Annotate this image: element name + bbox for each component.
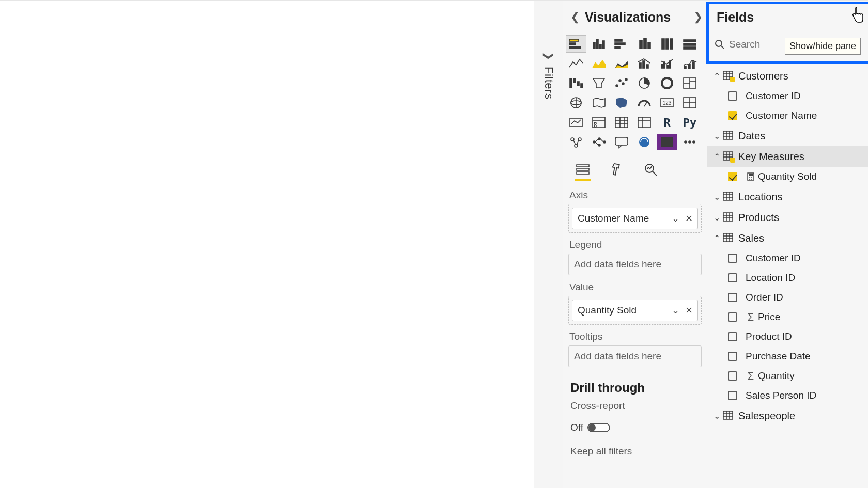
field-checkbox[interactable] <box>728 111 737 120</box>
viz-waterfall-icon[interactable] <box>566 75 586 91</box>
show-hide-pane-button[interactable] <box>850 7 865 27</box>
svg-point-67 <box>575 144 578 147</box>
field-price[interactable]: ΣPrice <box>707 307 868 327</box>
search-icon <box>715 39 725 50</box>
svg-point-88 <box>716 40 722 46</box>
viz-stacked-bar-icon[interactable] <box>566 36 586 52</box>
field-checkbox[interactable] <box>728 312 737 322</box>
sigma-icon: Σ <box>746 370 756 382</box>
axis-field-menu[interactable]: ⌄ <box>669 213 682 224</box>
viz-funnel-icon[interactable] <box>589 75 609 91</box>
table-sales[interactable]: ⌃Sales <box>707 228 868 248</box>
field-checkbox[interactable] <box>728 332 737 341</box>
filters-pane-collapsed[interactable]: ❮ Filters <box>534 0 563 488</box>
fields-tab[interactable] <box>574 161 592 178</box>
viz-decomposition-icon[interactable] <box>589 134 609 150</box>
table-products[interactable]: ⌄Products <box>707 207 868 228</box>
axis-well[interactable]: Customer Name ⌄ ✕ <box>568 204 702 233</box>
svg-rect-95 <box>723 131 733 139</box>
viz-matrix-icon[interactable] <box>634 114 654 131</box>
svg-rect-3 <box>593 42 595 49</box>
viz-treemap-icon[interactable] <box>680 75 700 91</box>
viz-stacked-column-icon[interactable] <box>634 36 654 52</box>
viz-stacked-100-bar-icon[interactable] <box>680 36 700 52</box>
field-checkbox[interactable] <box>728 293 737 302</box>
field-checkbox[interactable] <box>728 352 737 361</box>
field-location-id[interactable]: Location ID <box>707 268 868 288</box>
field-checkbox[interactable] <box>728 172 737 181</box>
analytics-tab[interactable] <box>642 161 660 178</box>
viz-kpi-icon[interactable] <box>566 114 586 131</box>
table-locations[interactable]: ⌄Locations <box>707 186 868 207</box>
viz-more-icon[interactable] <box>680 134 700 150</box>
chevron-down-icon: ⌄ <box>710 213 723 223</box>
svg-rect-20 <box>643 61 645 68</box>
viz-scatter-icon[interactable] <box>612 75 631 91</box>
viz-gauge-icon[interactable] <box>634 95 654 111</box>
field-checkbox[interactable] <box>728 254 737 263</box>
report-canvas[interactable] <box>0 0 534 488</box>
value-field-remove[interactable]: ✕ <box>682 305 695 316</box>
field-quantity-sold[interactable]: Quantity Sold <box>707 167 868 186</box>
viz-line-column-icon[interactable] <box>634 55 654 72</box>
viz-r-icon[interactable]: R <box>657 114 677 131</box>
drill-through-title: Drill through <box>570 381 707 395</box>
viz-stacked-area-icon[interactable] <box>612 55 631 72</box>
viz-slicer-icon[interactable] <box>589 114 609 131</box>
viz-donut-icon[interactable] <box>657 75 677 91</box>
table-customers[interactable]: ⌃Customers <box>707 66 868 86</box>
table-dates[interactable]: ⌄Dates <box>707 125 868 146</box>
field-sales-person-id[interactable]: Sales Person ID <box>707 386 868 405</box>
viz-map-icon[interactable] <box>566 95 586 111</box>
field-checkbox[interactable] <box>728 273 737 282</box>
viz-ribbon-icon[interactable] <box>680 55 700 72</box>
svg-rect-52 <box>570 118 582 127</box>
field-product-id[interactable]: Product ID <box>707 327 868 347</box>
field-checkbox[interactable] <box>728 91 737 101</box>
legend-well[interactable]: Add data fields here <box>568 254 702 275</box>
table-key-measures[interactable]: ⌃Key Measures <box>707 146 868 167</box>
viz-back-chevron-icon[interactable]: ❮ <box>570 10 585 24</box>
tooltips-well[interactable]: Add data fields here <box>568 345 702 367</box>
svg-rect-8 <box>615 43 625 45</box>
format-tab[interactable] <box>608 161 626 178</box>
viz-shape-map-icon[interactable] <box>612 95 631 111</box>
viz-area-icon[interactable] <box>589 55 609 72</box>
field-label: Quantity <box>758 370 795 382</box>
value-well[interactable]: Quantity Sold ⌄ ✕ <box>568 296 702 325</box>
chevron-left-icon: ❮ <box>541 52 553 60</box>
search-input[interactable] <box>729 39 777 50</box>
viz-clustered-column-icon[interactable] <box>589 36 609 52</box>
viz-table-icon[interactable] <box>612 114 631 131</box>
svg-rect-121 <box>723 233 733 242</box>
viz-clustered-bar-icon[interactable] <box>612 36 631 52</box>
field-quantity[interactable]: ΣQuantity <box>707 366 868 386</box>
viz-filled-map-icon[interactable] <box>589 95 609 111</box>
viz-qa-icon[interactable] <box>612 134 631 150</box>
table-salespeople[interactable]: ⌄Salespeople <box>707 405 868 426</box>
viz-key-influencers-icon[interactable] <box>566 134 586 150</box>
cross-report-toggle[interactable]: Off <box>570 422 610 433</box>
field-order-id[interactable]: Order ID <box>707 288 868 307</box>
viz-powerapps-icon[interactable] <box>657 134 677 150</box>
viz-pie-icon[interactable] <box>634 75 654 91</box>
field-checkbox[interactable] <box>728 371 737 381</box>
viz-card-icon[interactable]: 123 <box>657 95 677 111</box>
svg-rect-6 <box>602 41 605 49</box>
field-purchase-date[interactable]: Purchase Date <box>707 347 868 366</box>
viz-line-icon[interactable] <box>566 55 586 72</box>
viz-stacked-100-column-icon[interactable] <box>657 36 677 52</box>
field-checkbox[interactable] <box>728 391 737 400</box>
field-customer-id[interactable]: Customer ID <box>707 248 868 268</box>
viz-expand-chevron-icon[interactable]: ❯ <box>688 10 703 24</box>
viz-paginated-icon[interactable] <box>634 134 654 150</box>
viz-multi-card-icon[interactable] <box>680 95 700 111</box>
svg-point-33 <box>616 85 618 87</box>
field-customer-id[interactable]: Customer ID <box>707 86 868 106</box>
viz-py-icon[interactable]: Py <box>680 114 700 131</box>
visual-picker-grid: 123RPy <box>563 34 707 150</box>
value-field-menu[interactable]: ⌄ <box>669 305 682 316</box>
viz-line-clustered-icon[interactable] <box>657 55 677 72</box>
axis-field-remove[interactable]: ✕ <box>682 213 695 224</box>
field-customer-name[interactable]: Customer Name <box>707 106 868 125</box>
